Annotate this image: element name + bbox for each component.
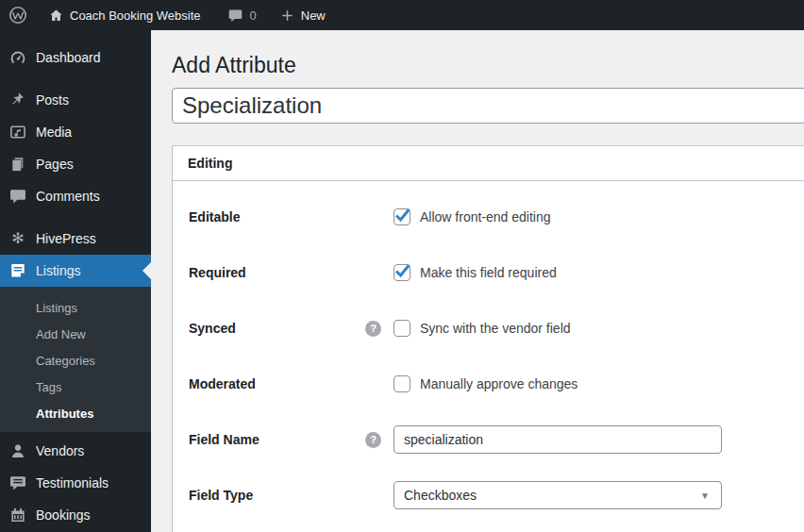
pages-icon [8, 155, 27, 174]
site-name: Coach Booking Website [70, 8, 201, 23]
home-icon [48, 8, 64, 24]
sidebar-item-dashboard[interactable]: Dashboard [0, 42, 151, 74]
sidebar-item-media[interactable]: Media [0, 116, 151, 148]
editing-panel-body: Editable Allow front-end editing Require… [173, 181, 804, 509]
editing-panel: Editing Editable Allow front-end editing [172, 145, 804, 532]
new-label: New [301, 8, 326, 23]
submenu-label: Attributes [36, 407, 93, 421]
pushpin-icon [8, 91, 27, 109]
media-icon [8, 123, 27, 141]
speech-lines-icon [8, 474, 27, 492]
wordpress-logo-menu[interactable] [0, 0, 36, 30]
site-name-link[interactable]: Coach Booking Website [40, 0, 209, 30]
listing-note-icon [8, 261, 27, 280]
plus-icon [279, 8, 295, 24]
sidebar-item-label: Dashboard [36, 50, 101, 65]
wordpress-logo-icon [8, 6, 27, 25]
form-row-field-name: Field Name ? [189, 425, 804, 454]
sidebar-item-label: Listings [36, 263, 80, 278]
gauge-icon [8, 48, 27, 67]
submenu-item-categories[interactable]: Categories [0, 347, 151, 374]
select-value: Checkboxes [404, 488, 477, 503]
required-checkbox[interactable] [394, 264, 410, 281]
synced-checkbox[interactable] [394, 320, 410, 337]
submenu-item-add-new[interactable]: Add New [0, 321, 151, 347]
field-label: Field Type [189, 488, 340, 503]
submenu-label: Listings [36, 301, 77, 315]
submenu-item-tags[interactable]: Tags [0, 374, 151, 400]
sidebar-item-hivepress[interactable]: ✻ HivePress [0, 223, 151, 255]
submenu-label: Tags [36, 380, 61, 394]
field-label: Field Name [189, 432, 340, 447]
sidebar-item-pages[interactable]: Pages [0, 148, 151, 180]
sidebar-item-testimonials[interactable]: Testimonials [0, 467, 151, 499]
help-icon[interactable]: ? [365, 321, 381, 337]
sidebar-item-bookings[interactable]: Bookings [0, 499, 151, 531]
checkbox-caption[interactable]: Manually approve changes [420, 376, 578, 391]
hivepress-flower-icon: ✻ [8, 229, 27, 248]
calendar-icon [8, 506, 27, 524]
admin-sidebar: Dashboard Posts Media [0, 30, 151, 532]
sidebar-item-label: Pages [36, 157, 74, 172]
sidebar-item-comments[interactable]: Comments [0, 180, 151, 212]
listings-submenu: Listings Add New Categories Tags Attribu… [0, 287, 151, 432]
attribute-title-input[interactable] [172, 88, 804, 124]
editable-checkbox[interactable] [394, 208, 410, 225]
submenu-label: Add New [36, 327, 86, 341]
sidebar-item-label: Comments [36, 189, 100, 204]
form-row-editable: Editable Allow front-end editing [189, 203, 804, 231]
form-row-required: Required Make this field required [189, 258, 804, 287]
chevron-down-icon: ▼ [700, 490, 710, 501]
page-title: Add Attribute [172, 52, 804, 79]
field-label: Editable [189, 209, 340, 224]
sidebar-item-label: HivePress [36, 231, 96, 246]
field-label: Moderated [189, 376, 340, 391]
admin-bar: Coach Booking Website 0 New [0, 0, 804, 30]
field-name-input[interactable] [394, 425, 722, 454]
sidebar-item-label: Bookings [36, 507, 91, 523]
submenu-label: Categories [36, 354, 95, 368]
form-row-synced: Synced ? Sync with the vendor field [189, 314, 804, 342]
sidebar-item-label: Vendors [36, 443, 84, 458]
sidebar-item-listings[interactable]: Listings [0, 255, 151, 287]
field-type-select[interactable]: Checkboxes ▼ [394, 481, 722, 509]
submenu-item-attributes[interactable]: Attributes [0, 400, 151, 426]
field-label: Required [189, 265, 340, 280]
new-content-link[interactable]: New [271, 0, 334, 30]
sidebar-item-posts[interactable]: Posts [0, 84, 151, 116]
moderated-checkbox[interactable] [394, 375, 410, 392]
sidebar-item-label: Posts [36, 92, 69, 108]
menu-separator [0, 212, 151, 223]
form-row-moderated: Moderated Manually approve changes [189, 370, 804, 398]
menu-separator [0, 74, 151, 84]
comment-icon [8, 187, 27, 206]
checkbox-caption[interactable]: Make this field required [420, 265, 557, 280]
person-icon [8, 441, 27, 460]
comment-count: 0 [250, 8, 257, 23]
checkbox-caption[interactable]: Allow front-end editing [420, 209, 551, 224]
main-content: Add Attribute Editing Editable Allow fro… [151, 30, 804, 532]
sidebar-item-vendors[interactable]: Vendors [0, 435, 151, 467]
editing-panel-header: Editing [173, 146, 804, 181]
sidebar-item-label: Testimonials [36, 475, 109, 490]
form-row-field-type: Field Type Checkboxes ▼ [189, 481, 804, 509]
help-icon[interactable]: ? [365, 432, 381, 448]
field-label: Synced [189, 321, 340, 336]
checkbox-caption[interactable]: Sync with the vendor field [420, 321, 571, 336]
comment-bubble-icon [227, 8, 243, 24]
panel-title: Editing [188, 156, 232, 171]
submenu-item-listings[interactable]: Listings [0, 294, 151, 321]
sidebar-item-label: Media [36, 125, 72, 140]
comments-bubble-link[interactable]: 0 [219, 0, 265, 30]
